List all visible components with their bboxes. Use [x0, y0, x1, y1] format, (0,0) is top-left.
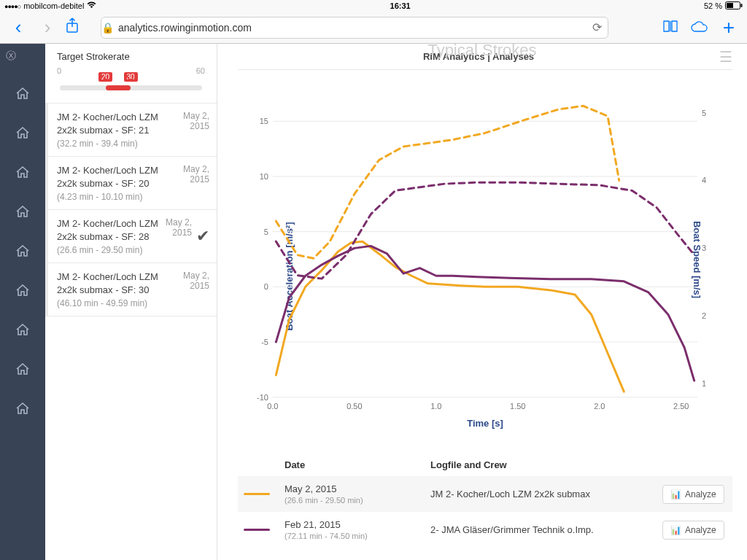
- lock-icon: 🔒: [101, 22, 114, 34]
- main-content: Typical Strokes RiM Analytics | Analyses…: [217, 44, 747, 560]
- segment-title: JM 2- Kocher/Loch LZM 2x2k submax - SF: …: [57, 271, 176, 296]
- analyze-button[interactable]: 📊Analyze: [662, 485, 724, 504]
- segment-range: (4.23 min - 10.10 min): [57, 192, 176, 202]
- battery-label: 52 %: [704, 1, 722, 10]
- rail-item-2[interactable]: [16, 127, 29, 141]
- segment-date: May 2, 2015: [163, 217, 192, 255]
- reader-icon[interactable]: [659, 18, 681, 37]
- table-row: May 2, 2015(26.6 min - 29.50 min) JM 2- …: [238, 476, 732, 512]
- nav-rail: ⓧ: [0, 44, 45, 560]
- analyze-label: Analyze: [685, 489, 716, 499]
- svg-text:4: 4: [702, 176, 706, 184]
- safari-toolbar: ‹ › 🔒 analytics.rowinginmotion.com ⟳ +: [0, 12, 747, 44]
- svg-text:1: 1: [702, 379, 706, 388]
- battery-icon: [725, 1, 743, 11]
- check-icon: ✔: [196, 227, 209, 246]
- svg-text:-10: -10: [257, 393, 268, 402]
- bar-chart-icon: 📊: [670, 489, 681, 499]
- col-logfile: Logfile and Crew: [430, 459, 662, 470]
- series-swatch: [244, 529, 270, 531]
- new-tab-button[interactable]: +: [718, 16, 740, 39]
- signal-dots-icon: [4, 1, 20, 10]
- analyze-button[interactable]: 📊Analyze: [662, 521, 724, 540]
- rail-item-9[interactable]: [16, 402, 29, 417]
- share-button[interactable]: [66, 18, 79, 37]
- slider-fill: [106, 85, 131, 90]
- analyze-label: Analyze: [685, 525, 716, 535]
- strokerate-slider[interactable]: 0 60 20 30: [57, 66, 205, 100]
- svg-text:5: 5: [264, 228, 268, 236]
- slider-handle-lo[interactable]: 20: [98, 72, 112, 82]
- segment-list: JM 2- Kocher/Loch LZM 2x2k submax - SF: …: [45, 103, 217, 560]
- segment-title: JM 2- Kocher/Loch LZM 2x2k submax - SF: …: [57, 217, 158, 243]
- svg-text:1.50: 1.50: [510, 402, 525, 411]
- segment-item[interactable]: JM 2- Kocher/Loch LZM 2x2k submax - SF: …: [45, 210, 217, 263]
- svg-text:15: 15: [260, 117, 268, 125]
- segment-title: JM 2- Kocher/Loch LZM 2x2k submax - SF: …: [57, 111, 176, 136]
- rail-item-4[interactable]: [16, 206, 29, 220]
- svg-text:0.50: 0.50: [347, 402, 362, 411]
- svg-text:10: 10: [260, 172, 268, 181]
- rail-item-6[interactable]: [16, 284, 29, 299]
- svg-rect-1: [741, 4, 743, 7]
- segment-item[interactable]: JM 2- Kocher/Loch LZM 2x2k submax - SF: …: [45, 104, 217, 157]
- logfile-table: Date Logfile and Crew May 2, 2015(26.6 m…: [238, 454, 732, 548]
- close-overlay-button[interactable]: ⓧ: [0, 50, 45, 63]
- menu-icon[interactable]: ☰: [719, 48, 732, 66]
- svg-text:1.0: 1.0: [430, 402, 441, 411]
- svg-text:2.0: 2.0: [594, 402, 605, 411]
- segment-range: (26.6 min - 29.50 min): [57, 245, 158, 255]
- wifi-icon: [87, 1, 96, 10]
- row-logfile: 2- JMA Gläser/Grimmer Technik o.Imp.: [430, 524, 662, 535]
- icloud-icon[interactable]: [689, 18, 711, 37]
- segment-title: JM 2- Kocher/Loch LZM 2x2k submax - SF: …: [57, 164, 176, 190]
- address-bar[interactable]: 🔒 analytics.rowinginmotion.com ⟳: [101, 17, 608, 39]
- page-title: RiM Analytics | Analyses: [423, 51, 534, 62]
- segment-date: May 2, 2015: [180, 164, 209, 202]
- segment-date: May 2, 2015: [180, 271, 209, 308]
- rail-item-3[interactable]: [16, 166, 29, 181]
- slider-track: [60, 85, 202, 90]
- reload-button[interactable]: ⟳: [592, 20, 608, 34]
- chart-svg: -10-5051015123450.00.501.01.502.02.50: [238, 92, 732, 427]
- svg-text:2.50: 2.50: [673, 402, 689, 411]
- close-icon: ⓧ: [6, 50, 16, 63]
- bar-chart-icon: 📊: [670, 525, 681, 535]
- slider-max: 60: [196, 66, 205, 75]
- segment-range: (46.10 min - 49.59 min): [57, 298, 176, 308]
- back-button[interactable]: ‹: [7, 16, 29, 39]
- clock-label: 16:31: [390, 1, 411, 10]
- segment-item[interactable]: JM 2- Kocher/Loch LZM 2x2k submax - SF: …: [45, 157, 217, 210]
- slider-handle-hi[interactable]: 30: [124, 72, 138, 82]
- slider-label: Target Strokerate: [57, 51, 205, 62]
- forward-button[interactable]: ›: [36, 16, 58, 39]
- carrier-label: mobilcom-debitel: [23, 1, 84, 10]
- url-label: analytics.rowinginmotion.com: [118, 22, 252, 34]
- svg-text:3: 3: [702, 244, 706, 252]
- rail-home-icon[interactable]: [16, 88, 29, 102]
- segment-panel: Target Strokerate 0 60 20 30 JM 2- Koche…: [45, 44, 217, 560]
- row-date: Feb 21, 2015: [285, 519, 430, 530]
- segment-range: (32.2 min - 39.4 min): [57, 139, 176, 149]
- svg-text:5: 5: [702, 109, 706, 117]
- rail-item-5[interactable]: [16, 245, 29, 260]
- svg-rect-2: [727, 3, 733, 8]
- ios-status-bar: mobilcom-debitel 16:31 52 %: [0, 0, 747, 12]
- table-row: Feb 21, 2015(72.11 min - 74.50 min) 2- J…: [238, 512, 732, 548]
- segment-date: May 2, 2015: [180, 111, 209, 149]
- svg-text:-5: -5: [261, 338, 268, 346]
- row-date: May 2, 2015: [285, 483, 430, 494]
- svg-text:0.0: 0.0: [267, 402, 278, 411]
- row-logfile: JM 2- Kocher/Loch LZM 2x2k submax: [430, 489, 662, 499]
- svg-text:0: 0: [264, 282, 268, 291]
- slider-min: 0: [57, 66, 61, 75]
- col-date: Date: [285, 459, 430, 470]
- rail-item-7[interactable]: [16, 324, 29, 338]
- typical-stroke-chart: Boat Acceleration [m/s²] Boat Speed [m/s…: [238, 92, 732, 427]
- row-range: (26.6 min - 29.50 min): [285, 496, 430, 505]
- segment-item[interactable]: JM 2- Kocher/Loch LZM 2x2k submax - SF: …: [45, 263, 217, 316]
- svg-text:2: 2: [702, 311, 706, 320]
- rail-item-8[interactable]: [16, 363, 29, 378]
- row-range: (72.11 min - 74.50 min): [285, 532, 430, 540]
- series-swatch: [244, 493, 270, 495]
